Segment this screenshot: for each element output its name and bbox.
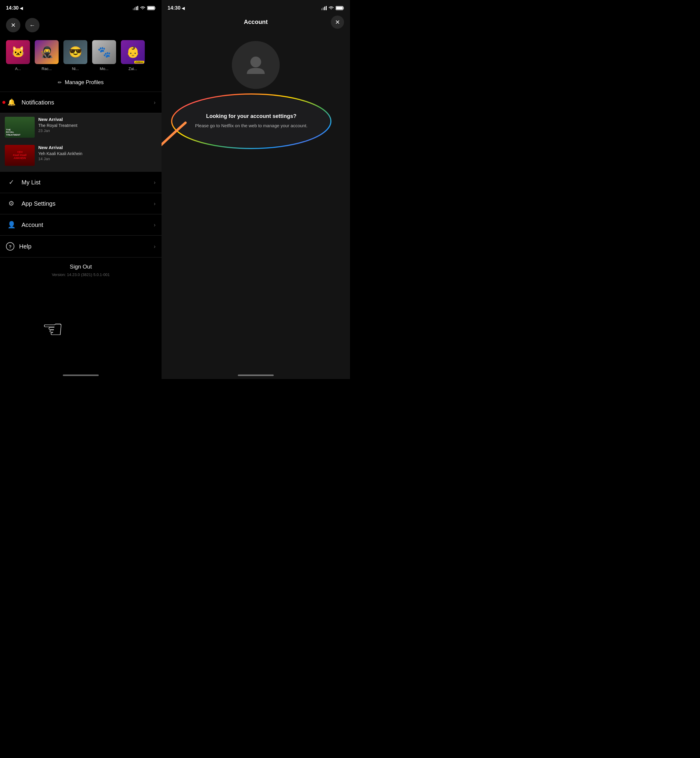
right-wifi-icon xyxy=(328,6,334,10)
notification-items: THEROYALTREATMENT New Arrival The Royal … xyxy=(0,113,161,172)
right-status-icons xyxy=(321,6,344,10)
svg-rect-2 xyxy=(136,6,137,10)
right-battery-icon xyxy=(336,6,344,10)
left-panel: 14:30 ◀ ✕ ← xyxy=(0,0,161,379)
menu-item-notifications[interactable]: 🔔 Notifications › xyxy=(0,92,161,113)
profile-label-e: Zai... xyxy=(129,66,137,71)
notification-date-yeh: 14 Jan xyxy=(38,157,82,161)
appsettings-label: App Settings xyxy=(22,200,154,207)
right-time: 14:30 xyxy=(167,5,180,11)
profile-avatar-e: 👶 children xyxy=(121,40,145,64)
sign-out-button[interactable]: Sign Out xyxy=(70,263,92,270)
arrow-svg xyxy=(161,114,197,192)
profile-item[interactable]: 🐾 Mo... xyxy=(92,40,116,71)
notification-dot xyxy=(2,101,5,104)
right-avatar-section xyxy=(161,29,350,95)
checkmark-icon: ✓ xyxy=(6,179,17,186)
notification-title-yeh: Yeh Kaali Kaali Ankhein xyxy=(38,151,82,156)
menu-item-account[interactable]: 👤 Account › xyxy=(0,215,161,236)
svg-rect-10 xyxy=(326,6,327,10)
account-label: Account xyxy=(22,222,154,229)
profile-avatar-c: 😎 xyxy=(63,40,88,64)
mylist-label: My List xyxy=(22,179,154,186)
notification-item-royal[interactable]: THEROYALTREATMENT New Arrival The Royal … xyxy=(0,113,161,141)
profile-item[interactable]: 🥷 Rac... xyxy=(35,40,59,71)
notification-title-royal: The Royal Treatment xyxy=(38,123,78,128)
manage-profiles[interactable]: ✏ Manage Profiles xyxy=(0,74,161,92)
notification-content-yeh: New Arrival Yeh Kaali Kaali Ankhein 14 J… xyxy=(38,145,82,161)
battery-icon xyxy=(147,6,156,10)
left-header-buttons: ✕ ← xyxy=(0,15,161,35)
svg-rect-7 xyxy=(321,8,322,10)
profile-label-c: Ni... xyxy=(72,66,79,71)
profile-label-a: A... xyxy=(15,66,21,71)
svg-rect-0 xyxy=(133,8,134,10)
notification-thumb-royal: THEROYALTREATMENT xyxy=(5,117,35,138)
wifi-icon xyxy=(140,6,145,10)
menu-item-appsettings[interactable]: ⚙ App Settings › xyxy=(0,193,161,215)
back-button[interactable]: ← xyxy=(25,18,39,32)
close-button[interactable]: ✕ xyxy=(6,18,20,32)
right-home-indicator xyxy=(238,374,274,376)
svg-rect-8 xyxy=(323,8,324,10)
notification-content-royal: New Arrival The Royal Treatment 23 Jan xyxy=(38,117,78,133)
user-avatar-icon xyxy=(244,53,268,77)
help-label: Help xyxy=(19,243,154,250)
right-header: Account ✕ xyxy=(161,15,350,29)
notification-item-yeh[interactable]: YEHKaali KaaliANKHEIN New Arrival Yeh Ka… xyxy=(0,141,161,169)
menu-item-help[interactable]: ? Help › xyxy=(0,236,161,257)
person-icon: 👤 xyxy=(6,221,17,229)
tooltip-body: Please go to Netflix on the web to manag… xyxy=(195,122,308,129)
profile-item[interactable]: 👶 children Zai... xyxy=(121,40,145,71)
chevron-right-icon: › xyxy=(154,179,156,186)
profile-label-b: Rac... xyxy=(42,66,52,71)
left-location-icon: ◀ xyxy=(20,6,23,11)
chevron-right-icon: › xyxy=(154,200,156,207)
svg-point-14 xyxy=(250,56,261,67)
pencil-icon: ✏ xyxy=(58,80,62,85)
bell-icon: 🔔 xyxy=(6,99,17,106)
svg-rect-6 xyxy=(148,7,155,9)
profile-avatar-a: 🐱 xyxy=(6,40,30,64)
profile-item[interactable]: 🐱 A... xyxy=(6,40,30,71)
notification-thumb-yeh: YEHKaali KaaliANKHEIN xyxy=(5,145,35,166)
left-status-bar: 14:30 ◀ xyxy=(0,0,161,15)
profile-avatar-d: 🐾 xyxy=(92,40,116,64)
right-panel: 14:30 ◀ Account ✕ xyxy=(161,0,350,379)
sign-out-section: Sign Out Version: 14.23.0 (3821) 5.0.1-0… xyxy=(0,257,161,283)
profiles-row: 🐱 A... 🥷 Rac... 😎 Ni... 🐾 Mo... 👶 c xyxy=(0,35,161,74)
cursor-hand: ☞ xyxy=(42,315,63,343)
account-page-title: Account xyxy=(244,19,268,25)
right-signal-icon xyxy=(321,6,327,10)
notification-date-royal: 23 Jan xyxy=(38,128,78,133)
gear-icon: ⚙ xyxy=(6,200,17,207)
version-text: Version: 14.23.0 (3821) 5.0.1-001 xyxy=(6,273,156,277)
profile-label-d: Mo... xyxy=(100,66,109,71)
chevron-right-icon: › xyxy=(154,99,156,106)
chevron-right-icon: › xyxy=(154,222,156,228)
svg-rect-5 xyxy=(155,7,156,9)
left-status-icons xyxy=(133,6,156,10)
svg-rect-3 xyxy=(137,6,138,10)
right-avatar-circle xyxy=(232,41,280,89)
notification-badge-royal: New Arrival xyxy=(38,117,78,122)
menu-section: 🔔 Notifications › THEROYALTREATMENT New … xyxy=(0,92,161,257)
left-time: 14:30 xyxy=(6,5,19,11)
right-status-bar: 14:30 ◀ xyxy=(161,0,350,15)
svg-rect-12 xyxy=(344,7,344,9)
tooltip-title: Looking for your account settings? xyxy=(206,113,297,119)
help-icon: ? xyxy=(6,242,14,251)
svg-rect-1 xyxy=(134,8,135,10)
manage-profiles-label: Manage Profiles xyxy=(65,79,103,86)
svg-rect-13 xyxy=(336,7,343,9)
profile-avatar-b: 🥷 xyxy=(35,40,59,64)
menu-item-mylist[interactable]: ✓ My List › xyxy=(0,172,161,193)
chevron-right-icon: › xyxy=(154,243,156,250)
children-badge: children xyxy=(134,61,144,63)
signal-icon xyxy=(133,6,138,10)
profile-item[interactable]: 😎 Ni... xyxy=(63,40,88,71)
right-location-icon: ◀ xyxy=(181,6,185,11)
right-close-button[interactable]: ✕ xyxy=(331,16,344,29)
notifications-label: Notifications xyxy=(22,99,154,106)
left-home-indicator xyxy=(63,374,99,376)
